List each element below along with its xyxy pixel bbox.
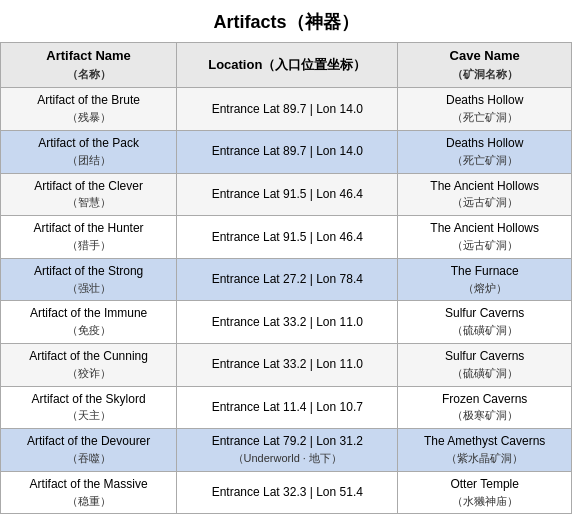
page-title: Artifacts（神器） [0, 0, 572, 42]
artifact-name-cell: Artifact of the Skylord（天主） [1, 386, 177, 429]
location-cell: Entrance Lat 89.7 | Lon 14.0 [177, 88, 398, 131]
table-row: Artifact of the Strong（强壮）Entrance Lat 2… [1, 258, 572, 301]
artifact-name-cell: Artifact of the Massive（稳重） [1, 471, 177, 514]
artifact-name-cell: Artifact of the Immune（免疫） [1, 301, 177, 344]
cave-name-cell: Deaths Hollow（死亡矿洞） [398, 88, 572, 131]
table-row: Artifact of the Hunter（猎手）Entrance Lat 9… [1, 216, 572, 259]
cave-name-cell: Deaths Hollow（死亡矿洞） [398, 130, 572, 173]
table-row: Artifact of the Cunning（狡诈）Entrance Lat … [1, 343, 572, 386]
location-cell: Entrance Lat 33.2 | Lon 11.0 [177, 343, 398, 386]
table-row: Artifact of the Massive（稳重）Entrance Lat … [1, 471, 572, 514]
cave-name-cell: The Furnace（熔炉） [398, 258, 572, 301]
artifact-name-cell: Artifact of the Clever（智慧） [1, 173, 177, 216]
location-cell: Entrance Lat 27.2 | Lon 78.4 [177, 258, 398, 301]
table-row: Artifact of the Devourer（吞噬）Entrance Lat… [1, 429, 572, 472]
location-cell: Entrance Lat 91.5 | Lon 46.4 [177, 216, 398, 259]
cave-name-cell: Sulfur Caverns（硫磺矿洞） [398, 343, 572, 386]
cave-name-cell: The Ancient Hollows（远古矿洞） [398, 173, 572, 216]
col-header-cave: Cave Name （矿洞名称） [398, 43, 572, 88]
artifact-name-cell: Artifact of the Hunter（猎手） [1, 216, 177, 259]
table-row: Artifact of the Brute（残暴）Entrance Lat 89… [1, 88, 572, 131]
artifact-name-cell: Artifact of the Brute（残暴） [1, 88, 177, 131]
artifact-name-cell: Artifact of the Devourer（吞噬） [1, 429, 177, 472]
artifacts-table: Artifact Name （名称） Location（入口位置坐标） Cave… [0, 42, 572, 514]
table-row: Artifact of the Skylord（天主）Entrance Lat … [1, 386, 572, 429]
table-row: Artifact of the Clever（智慧）Entrance Lat 9… [1, 173, 572, 216]
artifact-name-cell: Artifact of the Cunning（狡诈） [1, 343, 177, 386]
cave-name-cell: Otter Temple（水獭神庙） [398, 471, 572, 514]
location-cell: Entrance Lat 33.2 | Lon 11.0 [177, 301, 398, 344]
location-cell: Entrance Lat 32.3 | Lon 51.4 [177, 471, 398, 514]
table-header-row: Artifact Name （名称） Location（入口位置坐标） Cave… [1, 43, 572, 88]
location-cell: Entrance Lat 79.2 | Lon 31.2（Underworld … [177, 429, 398, 472]
col-header-artifact: Artifact Name （名称） [1, 43, 177, 88]
location-cell: Entrance Lat 89.7 | Lon 14.0 [177, 130, 398, 173]
col-header-location: Location（入口位置坐标） [177, 43, 398, 88]
artifact-name-cell: Artifact of the Pack（团结） [1, 130, 177, 173]
location-cell: Entrance Lat 11.4 | Lon 10.7 [177, 386, 398, 429]
table-row: Artifact of the Pack（团结）Entrance Lat 89.… [1, 130, 572, 173]
cave-name-cell: Sulfur Caverns（硫磺矿洞） [398, 301, 572, 344]
cave-name-cell: The Amethyst Caverns（紫水晶矿洞） [398, 429, 572, 472]
cave-name-cell: The Ancient Hollows（远古矿洞） [398, 216, 572, 259]
table-row: Artifact of the Immune（免疫）Entrance Lat 3… [1, 301, 572, 344]
artifact-name-cell: Artifact of the Strong（强壮） [1, 258, 177, 301]
cave-name-cell: Frozen Caverns（极寒矿洞） [398, 386, 572, 429]
location-cell: Entrance Lat 91.5 | Lon 46.4 [177, 173, 398, 216]
